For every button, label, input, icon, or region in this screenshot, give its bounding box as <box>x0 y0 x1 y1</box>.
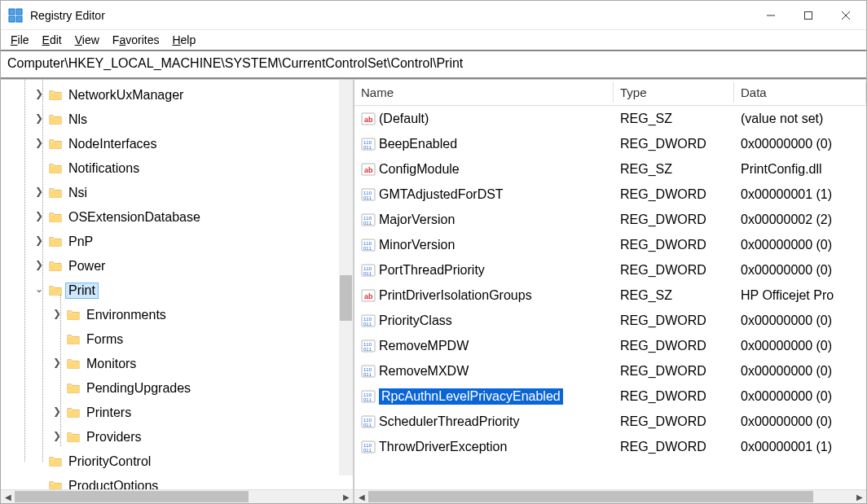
tree-vertical-scrollbar[interactable] <box>339 80 353 476</box>
tree-horizontal-scrollbar[interactable]: ◀ ▶ <box>1 489 353 503</box>
menu-view[interactable]: View <box>70 32 104 48</box>
chevron-down-icon[interactable]: ⌄ <box>32 283 46 298</box>
value-data: 0x00000001 (1) <box>734 186 866 204</box>
tree-node[interactable]: ❯Nls <box>1 107 353 132</box>
tree-node[interactable]: ❯PriorityControl <box>1 449 353 474</box>
value-name: ConfigModule <box>379 162 460 177</box>
folder-icon <box>48 259 64 274</box>
value-row[interactable]: MinorVersionREG_DWORD0x00000000 (0) <box>354 232 866 257</box>
value-row[interactable]: PrintDriverIsolationGroupsREG_SZHP Offic… <box>354 283 866 308</box>
value-row[interactable]: MajorVersionREG_DWORD0x00000002 (2) <box>354 207 866 232</box>
value-row[interactable]: SchedulerThreadPriorityREG_DWORD0x000000… <box>354 409 866 434</box>
chevron-right-icon[interactable]: ❯ <box>50 381 64 396</box>
value-row[interactable]: GMTAdjustedForDSTREG_DWORD0x00000001 (1) <box>354 182 866 207</box>
folder-icon <box>48 234 64 249</box>
close-button[interactable] <box>827 2 865 28</box>
string-value-icon <box>361 288 376 303</box>
dword-value-icon <box>361 187 376 202</box>
tree-scroll-thumb[interactable] <box>340 275 352 321</box>
value-name: RpcAuthnLevelPrivacyEnabled <box>379 388 563 405</box>
tree-node[interactable]: ❯Providers <box>1 425 353 449</box>
scroll-right-icon[interactable]: ▶ <box>852 493 866 502</box>
tree-node[interactable]: ❯Power <box>1 254 353 278</box>
value-row[interactable]: (Default)REG_SZ(value not set) <box>354 106 866 131</box>
folder-icon <box>48 479 64 489</box>
value-type: REG_DWORD <box>614 211 734 229</box>
menu-favorites[interactable]: Favorites <box>108 32 165 48</box>
tree-label: Power <box>68 259 105 273</box>
value-row[interactable]: PortThreadPriorityREG_DWORD0x00000000 (0… <box>354 257 866 283</box>
value-row[interactable]: RemoveMXDWREG_DWORD0x00000000 (0) <box>354 358 866 383</box>
chevron-right-icon[interactable]: ❯ <box>32 137 46 151</box>
scroll-right-icon[interactable]: ▶ <box>339 493 353 502</box>
folder-icon <box>66 332 82 347</box>
value-data: HP Officejet Pro <box>734 287 866 305</box>
list-pane: Name Type Data (Default)REG_SZ(value not… <box>354 80 866 503</box>
dword-value-icon <box>361 263 376 278</box>
value-data: 0x00000000 (0) <box>734 236 866 254</box>
column-name[interactable]: Name <box>354 82 614 103</box>
list-hscroll-thumb[interactable] <box>368 491 813 502</box>
tree-label: Forms <box>86 332 123 346</box>
svg-rect-1 <box>16 9 22 15</box>
tree-node[interactable]: ❯PnP <box>1 230 353 254</box>
chevron-right-icon[interactable]: ❯ <box>50 308 64 322</box>
column-type[interactable]: Type <box>614 82 734 103</box>
menu-help[interactable]: Help <box>167 32 200 48</box>
tree-label: OSExtensionDatabase <box>68 210 200 224</box>
value-row[interactable]: BeepEnabledREG_DWORD0x00000000 (0) <box>354 131 866 156</box>
tree-node[interactable]: ❯Printers <box>1 401 353 425</box>
tree-node[interactable]: ❯PendingUpgrades <box>1 376 353 401</box>
chevron-right-icon[interactable]: ❯ <box>50 405 64 420</box>
menu-file[interactable]: File <box>6 32 34 48</box>
scroll-left-icon[interactable]: ◀ <box>354 493 368 502</box>
list-horizontal-scrollbar[interactable]: ◀ ▶ <box>354 489 866 503</box>
value-type: REG_SZ <box>614 110 734 128</box>
tree-node[interactable]: ❯NodeInterfaces <box>1 132 353 156</box>
column-data[interactable]: Data <box>734 82 866 103</box>
value-name: PrintDriverIsolationGroups <box>379 288 532 303</box>
chevron-right-icon[interactable]: ❯ <box>50 332 64 347</box>
chevron-right-icon[interactable]: ❯ <box>50 430 64 445</box>
value-type: REG_DWORD <box>614 261 734 279</box>
tree-node[interactable]: ❯NetworkUxManager <box>1 83 353 107</box>
tree-node[interactable]: ❯Environments <box>1 303 353 327</box>
address-bar[interactable]: Computer\HKEY_LOCAL_MACHINE\SYSTEM\Curre… <box>1 50 866 79</box>
chevron-right-icon[interactable]: ❯ <box>32 210 46 225</box>
value-type: REG_DWORD <box>614 362 734 380</box>
value-type: REG_DWORD <box>614 438 734 456</box>
tree-node[interactable]: ❯Nsi <box>1 181 353 205</box>
tree-node[interactable]: ❯Monitors <box>1 352 353 376</box>
chevron-right-icon[interactable]: ❯ <box>32 454 46 469</box>
tree-pane: ❯NetworkUxManager❯Nls❯NodeInterfaces❯Not… <box>1 80 354 503</box>
minimize-button[interactable] <box>752 2 790 28</box>
main-content: ❯NetworkUxManager❯Nls❯NodeInterfaces❯Not… <box>1 79 866 503</box>
chevron-right-icon[interactable]: ❯ <box>32 479 46 489</box>
value-name: ThrowDriverException <box>379 440 507 454</box>
tree-label: PendingUpgrades <box>86 381 191 395</box>
chevron-right-icon[interactable]: ❯ <box>50 357 64 371</box>
chevron-right-icon[interactable]: ❯ <box>32 161 46 176</box>
tree-hscroll-thumb[interactable] <box>15 491 249 502</box>
chevron-right-icon[interactable]: ❯ <box>32 186 46 200</box>
value-row[interactable]: ThrowDriverExceptionREG_DWORD0x00000001 … <box>354 434 866 459</box>
tree-node[interactable]: ❯Forms <box>1 327 353 352</box>
menu-edit[interactable]: Edit <box>37 32 67 48</box>
value-row[interactable]: RpcAuthnLevelPrivacyEnabledREG_DWORD0x00… <box>354 383 866 409</box>
value-row[interactable]: ConfigModuleREG_SZPrintConfig.dll <box>354 156 866 182</box>
menubar: File Edit View Favorites Help <box>1 30 866 50</box>
chevron-right-icon[interactable]: ❯ <box>32 259 46 274</box>
chevron-right-icon[interactable]: ❯ <box>32 112 46 127</box>
tree-node[interactable]: ⌄Print <box>1 278 353 303</box>
value-row[interactable]: RemoveMPDWREG_DWORD0x00000000 (0) <box>354 333 866 358</box>
tree-node[interactable]: ❯ProductOptions <box>1 474 353 489</box>
scroll-left-icon[interactable]: ◀ <box>1 493 15 502</box>
value-name: PortThreadPriority <box>379 263 485 278</box>
value-row[interactable]: PriorityClassREG_DWORD0x00000000 (0) <box>354 308 866 333</box>
chevron-right-icon[interactable]: ❯ <box>32 234 46 249</box>
tree-node[interactable]: ❯OSExtensionDatabase <box>1 205 353 230</box>
tree-node[interactable]: ❯Notifications <box>1 156 353 181</box>
chevron-right-icon[interactable]: ❯ <box>32 88 46 103</box>
value-name: MajorVersion <box>379 213 455 227</box>
maximize-button[interactable] <box>790 2 827 28</box>
